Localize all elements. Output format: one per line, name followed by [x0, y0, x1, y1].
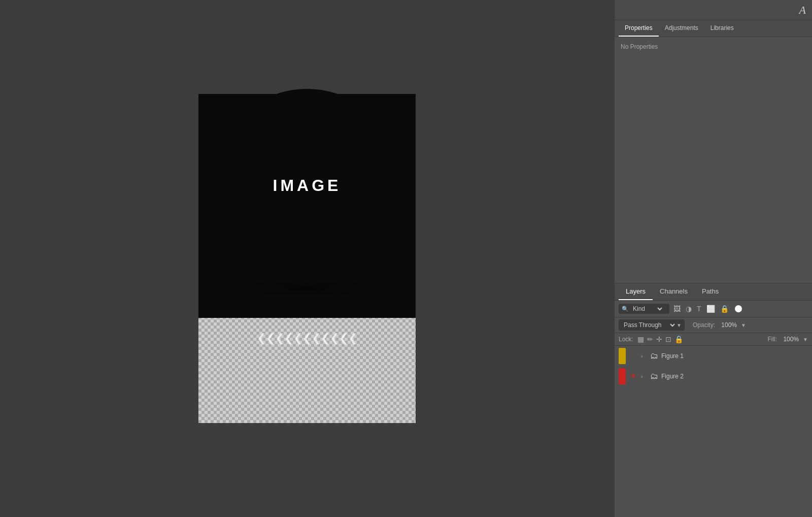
right-panel: A Properties Adjustments Libraries No Pr…: [614, 0, 812, 517]
layers-tabs: Layers Channels Paths: [615, 283, 812, 301]
filter-shape-icon[interactable]: ⬜: [705, 304, 716, 314]
fill-value[interactable]: 100%: [781, 336, 799, 343]
fill-label: Fill:: [767, 336, 777, 343]
lock-move-icon[interactable]: ✛: [656, 335, 662, 343]
lock-label: Lock:: [619, 336, 633, 343]
chevron-arrows: ❮❮❮❮❮❮❮❮❮❮❮: [257, 333, 357, 344]
tab-layers[interactable]: Layers: [619, 283, 653, 300]
no-properties-text: No Properties: [615, 37, 812, 283]
lock-pen-icon[interactable]: ✏: [647, 335, 653, 343]
properties-tabs: Properties Adjustments Libraries: [615, 20, 812, 37]
layer-item-figure2[interactable]: 👁 › 🗂 Figure 2: [615, 366, 812, 386]
lock-all-icon[interactable]: 🔒: [674, 335, 683, 343]
lock-artboard-icon[interactable]: ⊡: [665, 335, 671, 343]
layer-name-figure2: Figure 2: [661, 373, 808, 380]
lock-row: Lock: ▦ ✏ ✛ ⊡ 🔒 Fill: 100% ▼: [615, 333, 812, 346]
tab-paths[interactable]: Paths: [695, 283, 726, 300]
shadow-ellipse: [231, 278, 383, 298]
tab-adjustments[interactable]: Adjustments: [659, 20, 704, 37]
tab-libraries[interactable]: Libraries: [704, 20, 740, 37]
tab-channels[interactable]: Channels: [653, 283, 695, 300]
document-canvas: IMAGE ❮❮❮❮❮❮❮❮❮❮❮: [198, 94, 416, 423]
expand-icon-figure1[interactable]: ›: [641, 353, 647, 359]
blend-mode-select[interactable]: Pass Through Normal Dissolve Multiply Sc…: [622, 321, 676, 329]
layer-color-figure1: [619, 348, 626, 364]
filter-pixel-icon[interactable]: 🖼: [672, 304, 682, 314]
filter-toggle-dot[interactable]: [735, 305, 742, 312]
filter-icons-row: 🖼 ◑ T ⬜ 🔒: [672, 304, 730, 314]
top-bar: A: [615, 0, 812, 20]
layers-list: 👁 › 🗂 Figure 1 👁 › 🗂 Figure 2: [615, 346, 812, 517]
canvas-area: IMAGE ❮❮❮❮❮❮❮❮❮❮❮: [0, 0, 614, 517]
filter-bar: 🔍 Kind Name Effect Mode Attribute Color …: [615, 301, 812, 317]
filter-smartobj-icon[interactable]: 🔒: [719, 304, 730, 314]
big-circle: IMAGE: [211, 89, 403, 282]
lock-checkerboard-icon[interactable]: ▦: [637, 335, 644, 343]
blend-mode-container[interactable]: Pass Through Normal Dissolve Multiply Sc…: [619, 319, 685, 331]
visibility-icon-figure2[interactable]: 👁: [629, 372, 638, 380]
search-icon: 🔍: [622, 306, 629, 312]
layer-item-figure1[interactable]: 👁 › 🗂 Figure 1: [615, 346, 812, 366]
opacity-label: Opacity:: [693, 321, 715, 329]
blend-chevron-icon: ▼: [676, 322, 682, 328]
fill-chevron-icon[interactable]: ▼: [803, 337, 808, 342]
app-icon: A: [799, 4, 806, 17]
image-text: IMAGE: [273, 176, 342, 195]
filter-search[interactable]: 🔍 Kind Name Effect Mode Attribute Color: [619, 304, 669, 314]
arrows-container: ❮❮❮❮❮❮❮❮❮❮❮: [257, 333, 357, 344]
opacity-chevron-icon[interactable]: ▼: [741, 322, 746, 328]
lock-icons-group: ▦ ✏ ✛ ⊡ 🔒: [637, 335, 683, 343]
tab-properties[interactable]: Properties: [619, 20, 659, 37]
filter-kind-select[interactable]: Kind Name Effect Mode Attribute Color: [631, 305, 664, 313]
expand-icon-figure2[interactable]: ›: [641, 374, 647, 379]
opacity-value[interactable]: 100%: [719, 321, 737, 329]
layers-section: Layers Channels Paths 🔍 Kind Name Effect…: [615, 283, 812, 517]
visibility-icon-figure1[interactable]: 👁: [629, 352, 638, 360]
filter-type-icon[interactable]: T: [696, 304, 702, 314]
layer-name-figure1: Figure 1: [661, 352, 808, 360]
filter-adjustment-icon[interactable]: ◑: [685, 304, 693, 314]
folder-icon-figure1: 🗂: [650, 351, 658, 361]
layer-color-figure2: [619, 368, 626, 384]
folder-icon-figure2: 🗂: [650, 372, 658, 381]
blend-mode-row: Pass Through Normal Dissolve Multiply Sc…: [615, 317, 812, 333]
